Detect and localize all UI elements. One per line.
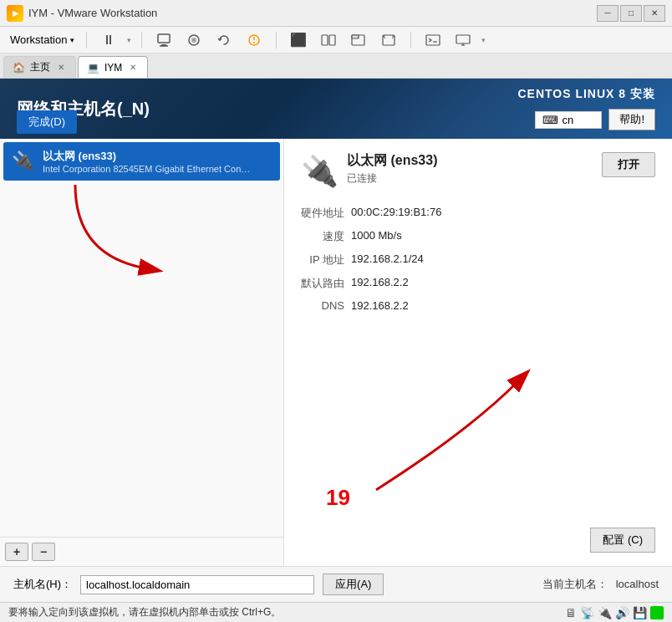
- monitor-icon[interactable]: [451, 30, 475, 50]
- keyboard-icon: ⌨: [542, 114, 558, 126]
- header-right: CENTOS LINUX 8 安装 ⌨ cn 帮助!: [517, 87, 655, 130]
- minimize-button[interactable]: ─: [597, 5, 619, 22]
- gateway-label: 默认路由: [301, 276, 344, 291]
- status-green-indicator: [650, 606, 664, 619]
- home-tab-icon: 🏠: [13, 62, 25, 74]
- done-button[interactable]: 完成(D): [17, 110, 77, 134]
- tab-iym[interactable]: 💻 IYM ✕: [78, 56, 148, 78]
- window-title: IYM - VMware Workstation: [28, 7, 597, 19]
- right-title-area: 🔌 以太网 (ens33) 已连接: [301, 152, 437, 189]
- right-panel-bottom: 19 配置 (C): [301, 320, 655, 553]
- centos-label: CENTOS LINUX 8 安装: [517, 87, 655, 102]
- ip-value: 192.168.2.1/24: [351, 252, 655, 268]
- current-hostname: 当前主机名： localhost: [542, 577, 659, 592]
- statusbar-icons: 🖥 📡 🔌 🔊 💾: [565, 606, 664, 619]
- restore-button[interactable]: □: [620, 5, 642, 22]
- fit-icon[interactable]: [377, 30, 400, 50]
- tab-home[interactable]: 🏠 主页 ✕: [3, 56, 76, 78]
- home-tab-close[interactable]: ✕: [55, 62, 67, 74]
- app-icon: ▶: [7, 5, 23, 22]
- tab-icon[interactable]: [347, 30, 370, 50]
- snapshot-icon[interactable]: [182, 30, 206, 50]
- workstation-menu[interactable]: Workstation ▾: [3, 30, 81, 49]
- hostname-label: 主机名(H)：: [13, 577, 72, 592]
- hw-addr-value: 00:0C:29:19:B1:76: [351, 206, 655, 221]
- dns-value: 192.168.2.2: [351, 299, 655, 312]
- network-large-icon: 🔌: [301, 154, 339, 189]
- lang-value: cn: [562, 114, 573, 126]
- network-item-ens33[interactable]: 🔌 以太网 (ens33) Intel Corporation 82545EM …: [3, 142, 280, 181]
- config-area: 配置 (C): [301, 528, 655, 553]
- help-button[interactable]: 帮助!: [608, 109, 655, 130]
- titlebar: ▶ IYM - VMware Workstation ─ □ ✕: [0, 0, 672, 27]
- pause-icon[interactable]: ⏸: [97, 30, 120, 50]
- svg-rect-9: [329, 35, 335, 45]
- right-header: 🔌 以太网 (ens33) 已连接 打开: [301, 152, 655, 189]
- svg-rect-8: [322, 35, 328, 45]
- iym-tab-icon: 💻: [87, 62, 99, 74]
- network-item-name: 以太网 (ens33): [43, 149, 272, 164]
- pause-dropdown-icon: ▾: [127, 36, 131, 44]
- dns-label: DNS: [301, 299, 344, 312]
- inner-content: 🔌 以太网 (ens33) Intel Corporation 82545EM …: [0, 139, 672, 566]
- svg-point-4: [191, 38, 196, 43]
- dropdown-arrow-icon: ▾: [70, 36, 74, 44]
- content-wrapper: 🔌 以太网 (ens33) Intel Corporation 82545EM …: [0, 139, 672, 602]
- network-item-desc: Intel Corporation 82545EM Gigabit Ethern…: [43, 164, 252, 174]
- iym-tab-close[interactable]: ✕: [127, 62, 139, 74]
- bottom-bar: 主机名(H)： 应用(A) 当前主机名： localhost: [0, 566, 672, 602]
- network-info-grid: 硬件地址 00:0C:29:19:B1:76 速度 1000 Mb/s IP 地…: [301, 206, 655, 312]
- current-value: localhost: [616, 578, 659, 590]
- number-19: 19: [326, 485, 350, 511]
- iym-tab-label: IYM: [104, 62, 122, 74]
- fullscreen-icon[interactable]: ⬛: [287, 30, 310, 50]
- svg-rect-15: [456, 35, 470, 43]
- monitor-dropdown-icon: ▾: [481, 36, 486, 44]
- statusbar-network-icon[interactable]: 📡: [580, 606, 594, 619]
- hostname-input[interactable]: [80, 575, 314, 594]
- gateway-value: 192.168.2.2: [351, 276, 655, 291]
- right-panel-title: 以太网 (ens33): [347, 152, 437, 170]
- ip-label: IP 地址: [301, 252, 344, 268]
- statusbar-monitor-icon[interactable]: 🖥: [565, 606, 577, 619]
- add-network-button[interactable]: +: [5, 543, 28, 561]
- status-hint: 要将输入定向到该虚拟机，请在虚拟机内部单击或按 Ctrl+G。: [8, 605, 558, 619]
- svg-rect-0: [158, 34, 170, 43]
- main-content: 网络和主机名(_N) 完成(D) CENTOS LINUX 8 安装 ⌨ cn …: [0, 79, 672, 602]
- toolbar: ⏸ ▾: [92, 30, 491, 50]
- open-button[interactable]: 打开: [602, 152, 655, 177]
- language-selector[interactable]: ⌨ cn: [535, 111, 602, 129]
- current-label: 当前主机名：: [542, 578, 608, 590]
- revert-icon[interactable]: [212, 30, 236, 50]
- statusbar: 要将输入定向到该虚拟机，请在虚拟机内部单击或按 Ctrl+G。 🖥 📡 🔌 🔊 …: [0, 602, 672, 622]
- speed-label: 速度: [301, 229, 344, 244]
- right-title-info: 以太网 (ens33) 已连接: [347, 152, 437, 186]
- close-button[interactable]: ✕: [644, 5, 665, 22]
- svg-rect-12: [383, 35, 395, 45]
- connection-status: 已连接: [347, 171, 437, 186]
- toolbar-sep1: [141, 32, 142, 48]
- send-icon[interactable]: [242, 30, 266, 50]
- terminal-icon[interactable]: [421, 30, 445, 50]
- svg-rect-13: [426, 35, 440, 45]
- statusbar-audio-icon[interactable]: 🔊: [615, 606, 629, 619]
- network-item-icon: 🔌: [12, 150, 34, 172]
- header-section: 网络和主机名(_N) 完成(D) CENTOS LINUX 8 安装 ⌨ cn …: [0, 79, 672, 139]
- vm-settings-icon[interactable]: [152, 30, 176, 50]
- config-button[interactable]: 配置 (C): [590, 528, 655, 553]
- remove-network-button[interactable]: −: [32, 543, 55, 561]
- svg-point-7: [253, 42, 255, 43]
- speed-value: 1000 Mb/s: [351, 229, 655, 244]
- split-icon[interactable]: [317, 30, 340, 50]
- toolbar-sep3: [410, 32, 411, 48]
- menu-separator: [86, 32, 87, 48]
- left-panel: 🔌 以太网 (ens33) Intel Corporation 82545EM …: [0, 139, 284, 566]
- menubar: Workstation ▾ ⏸ ▾: [0, 27, 672, 54]
- list-controls: + −: [0, 537, 283, 566]
- hw-addr-label: 硬件地址: [301, 206, 344, 221]
- apply-button[interactable]: 应用(A): [323, 574, 384, 595]
- statusbar-hd-icon[interactable]: 💾: [633, 606, 647, 619]
- window-controls: ─ □ ✕: [597, 5, 665, 22]
- statusbar-usb-icon[interactable]: 🔌: [598, 606, 612, 619]
- home-tab-label: 主页: [30, 60, 50, 74]
